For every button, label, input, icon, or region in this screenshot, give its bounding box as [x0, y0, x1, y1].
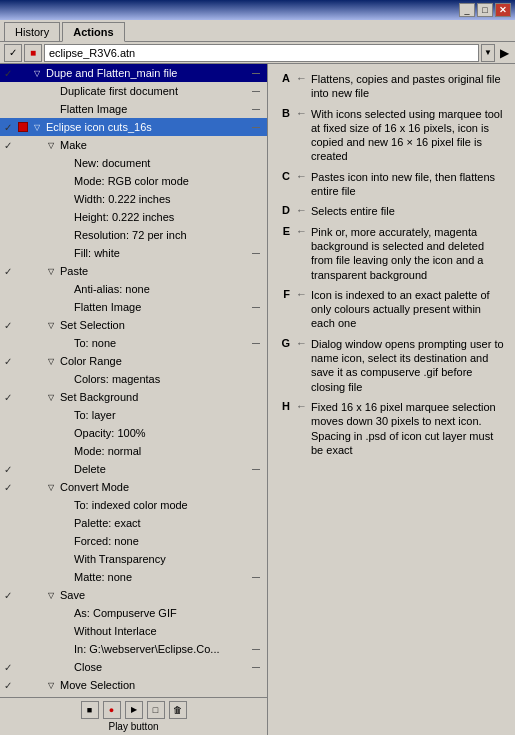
record-btn[interactable]: ●	[103, 701, 121, 719]
action-item-29[interactable]: Matte: none	[0, 568, 267, 586]
toggle-col: ▽	[30, 123, 44, 132]
action-item-33[interactable]: In: G:\webserver\Eclipse.Co...	[0, 640, 267, 658]
line-indicator	[249, 307, 263, 308]
new-action-btn[interactable]: □	[147, 701, 165, 719]
action-item-24[interactable]: ✓ ▽ Convert Mode	[0, 478, 267, 496]
check-col: ✓	[0, 320, 16, 331]
action-item-14[interactable]: Flatten Image	[0, 298, 267, 316]
annotation-arrow: ←	[296, 204, 307, 216]
action-item-35[interactable]: ✓ ▽ Move Selection	[0, 676, 267, 694]
tab-history[interactable]: History	[4, 22, 60, 41]
action-item-4[interactable]: ✓ ▽ Eclipse icon cuts_16s	[0, 118, 267, 136]
annotation-letter: D	[278, 204, 290, 216]
action-item-5[interactable]: ✓ ▽ Make	[0, 136, 267, 154]
close-button[interactable]: ✕	[495, 3, 511, 17]
line-indicator	[249, 667, 263, 668]
file-label: eclipse_R3V6.atn	[49, 47, 135, 59]
red-icon	[16, 122, 30, 132]
annotation-f: F ← Icon is indexed to an exact palette …	[278, 288, 505, 331]
line-indicator	[249, 649, 263, 650]
line-indicator	[249, 73, 263, 74]
action-item-28[interactable]: With Transparency	[0, 550, 267, 568]
toggle-col: ▽	[44, 321, 58, 330]
play-btn-icon[interactable]: ▶	[125, 701, 143, 719]
action-item-21[interactable]: Opacity: 100%	[0, 424, 267, 442]
line-indicator	[249, 343, 263, 344]
annotation-d: D ← Selects entire file	[278, 204, 505, 218]
tab-actions[interactable]: Actions	[62, 22, 124, 42]
action-item-7[interactable]: Mode: RGB color mode	[0, 172, 267, 190]
action-item-10[interactable]: Resolution: 72 per inch	[0, 226, 267, 244]
action-item-23[interactable]: ✓ Delete	[0, 460, 267, 478]
main-window: _ □ ✕ History Actions ✓ ■ eclipse_R3V6.a…	[0, 0, 515, 735]
item-label: Mode: normal	[72, 445, 249, 457]
actions-list[interactable]: ✓ ▽ Dupe and Flatten_main file Duplicate…	[0, 64, 267, 697]
file-dropdown[interactable]: eclipse_R3V6.atn	[44, 44, 479, 62]
action-item-20[interactable]: To: layer	[0, 406, 267, 424]
action-item-11[interactable]: Fill: white	[0, 244, 267, 262]
action-item-13[interactable]: Anti-alias: none	[0, 280, 267, 298]
item-label: Save	[58, 589, 249, 601]
action-item-15[interactable]: ✓ ▽ Set Selection	[0, 316, 267, 334]
annotations-panel: A ← Flattens, copies and pastes original…	[268, 64, 515, 735]
action-item-2[interactable]: Duplicate first document	[0, 82, 267, 100]
action-item-16[interactable]: To: none	[0, 334, 267, 352]
toggle-col: ▽	[44, 591, 58, 600]
item-label: Width: 0.222 inches	[72, 193, 249, 205]
item-label: In: G:\webserver\Eclipse.Co...	[72, 643, 249, 655]
check-col: ✓	[0, 140, 16, 151]
action-item-25[interactable]: To: indexed color mode	[0, 496, 267, 514]
annotation-h: H ← Fixed 16 x 16 pixel marquee selectio…	[278, 400, 505, 457]
annotation-a: A ← Flattens, copies and pastes original…	[278, 72, 505, 101]
item-label: To: indexed color mode	[72, 499, 249, 511]
action-item-31[interactable]: As: Compuserve GIF	[0, 604, 267, 622]
item-label: Flatten Image	[72, 301, 249, 313]
action-item-3[interactable]: Flatten Image	[0, 100, 267, 118]
check-col: ✓	[0, 482, 16, 493]
annotation-text: Dialog window opens prompting user to na…	[311, 337, 505, 394]
annotation-letter: G	[278, 337, 290, 349]
toggle-btn-1[interactable]: ✓	[4, 44, 22, 62]
action-item-8[interactable]: Width: 0.222 inches	[0, 190, 267, 208]
annotation-text: Icon is indexed to an exact palette of o…	[311, 288, 505, 331]
actions-panel: ✓ ▽ Dupe and Flatten_main file Duplicate…	[0, 64, 268, 735]
action-item-32[interactable]: Without Interlace	[0, 622, 267, 640]
annotation-letter: E	[278, 225, 290, 237]
annotation-text: Fixed 16 x 16 pixel marquee selection mo…	[311, 400, 505, 457]
annotation-text: Pastes icon into new file, then flattens…	[311, 170, 505, 199]
item-label: Close	[72, 661, 249, 673]
dropdown-arrow[interactable]: ▼	[481, 44, 495, 62]
annotation-arrow: ←	[296, 107, 307, 119]
delete-btn[interactable]: 🗑	[169, 701, 187, 719]
item-label: Anti-alias: none	[72, 283, 249, 295]
action-item-26[interactable]: Palette: exact	[0, 514, 267, 532]
annotation-arrow: ←	[296, 72, 307, 84]
action-item-9[interactable]: Height: 0.222 inches	[0, 208, 267, 226]
maximize-button[interactable]: □	[477, 3, 493, 17]
action-item-1[interactable]: ✓ ▽ Dupe and Flatten_main file	[0, 64, 267, 82]
annotation-b: B ← With icons selected using marquee to…	[278, 107, 505, 164]
action-item-30[interactable]: ✓ ▽ Save	[0, 586, 267, 604]
toggle-btn-2[interactable]: ■	[24, 44, 42, 62]
item-label: Forced: none	[72, 535, 249, 547]
toggle-col: ▽	[44, 483, 58, 492]
check-col: ✓	[0, 392, 16, 403]
action-item-34[interactable]: ✓ Close	[0, 658, 267, 676]
minimize-button[interactable]: _	[459, 3, 475, 17]
action-item-18[interactable]: Colors: magentas	[0, 370, 267, 388]
annotation-text: Flattens, copies and pastes original fil…	[311, 72, 505, 101]
action-item-6[interactable]: New: document	[0, 154, 267, 172]
action-item-12[interactable]: ✓ ▽ Paste	[0, 262, 267, 280]
bottom-toolbar: ■ ● ▶ □ 🗑	[0, 697, 267, 721]
action-item-27[interactable]: Forced: none	[0, 532, 267, 550]
stop-btn[interactable]: ■	[81, 701, 99, 719]
action-item-17[interactable]: ✓ ▽ Color Range	[0, 352, 267, 370]
item-label: Opacity: 100%	[72, 427, 249, 439]
line-indicator	[249, 253, 263, 254]
item-label: Convert Mode	[58, 481, 249, 493]
action-item-19[interactable]: ✓ ▽ Set Background	[0, 388, 267, 406]
expand-button[interactable]: ▶	[497, 44, 511, 62]
line-indicator	[249, 127, 263, 128]
toggle-col: ▽	[44, 357, 58, 366]
action-item-22[interactable]: Mode: normal	[0, 442, 267, 460]
